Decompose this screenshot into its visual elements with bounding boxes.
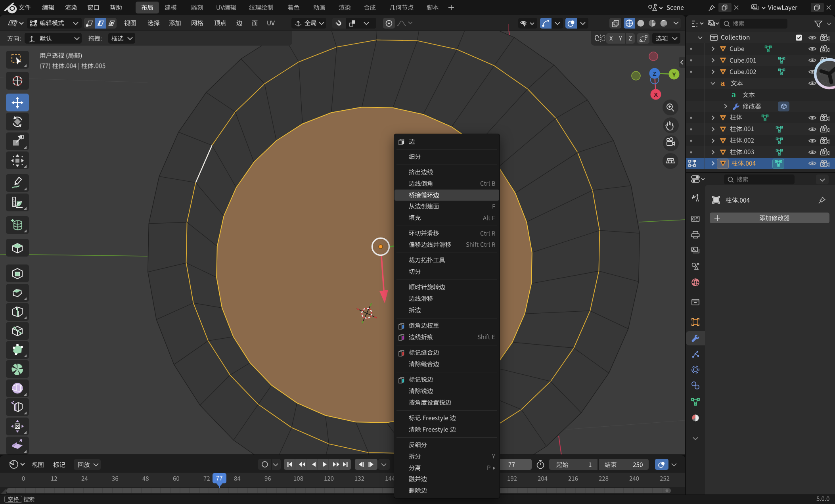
svg-text:X: X	[654, 91, 658, 98]
svg-text:a: a	[732, 90, 736, 99]
svg-text:Y: Y	[672, 71, 676, 78]
svg-text:Z: Z	[653, 70, 656, 77]
svg-text:a: a	[720, 79, 725, 88]
